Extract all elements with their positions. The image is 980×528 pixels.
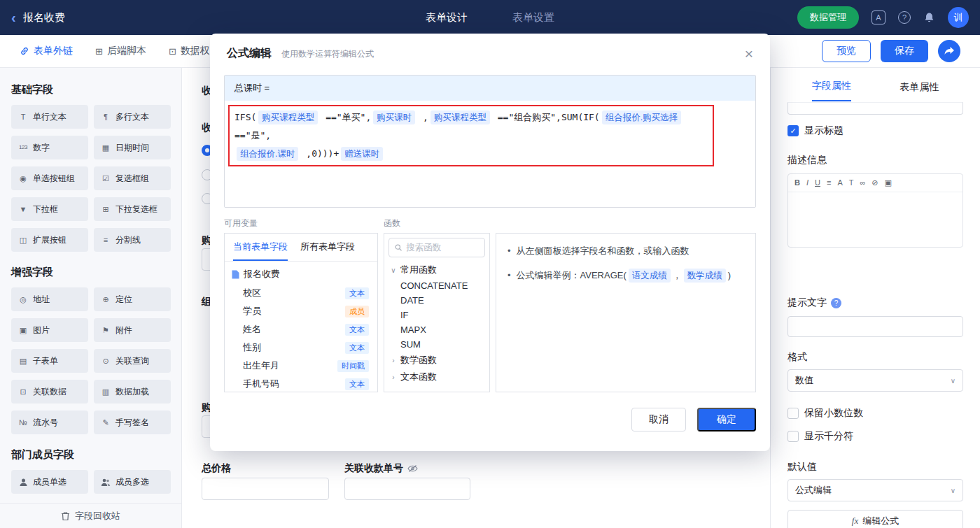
variable-item[interactable]: 学员成员 — [225, 302, 377, 320]
edit-formula-button[interactable]: fx 编辑公式 — [788, 510, 963, 528]
chevron-right-icon: › — [390, 357, 397, 364]
function-search[interactable] — [388, 238, 485, 257]
form-external-link-tab[interactable]: 表单外链 — [20, 45, 73, 57]
thousand-separator-checkbox[interactable] — [788, 431, 799, 442]
function-item[interactable]: MAPX — [384, 322, 489, 337]
formula-field-chip[interactable]: 赠送课时 — [341, 147, 383, 161]
tab-form-properties[interactable]: 表单属性 — [876, 68, 964, 101]
field-item-data-load[interactable]: ▥数据加载 — [94, 380, 171, 404]
formula-field-chip[interactable]: 购买课程类型 — [258, 110, 318, 124]
function-search-input[interactable] — [406, 243, 479, 252]
formula-field-chip[interactable]: 购买课程类型 — [430, 110, 490, 124]
tab-form-settings[interactable]: 表单设置 — [512, 11, 554, 24]
backend-script-tab[interactable]: ⊞ 后端脚本 — [95, 45, 146, 57]
translate-icon[interactable]: A — [872, 10, 886, 24]
field-item-linked-data[interactable]: ⊡关联数据 — [11, 380, 88, 404]
field-item-checkbox-group[interactable]: ☑复选框组 — [94, 166, 171, 190]
underline-icon[interactable]: U — [815, 179, 820, 187]
tab-current-form-fields[interactable]: 当前表单字段 — [233, 241, 288, 261]
function-group-math[interactable]: ›数学函数 — [384, 352, 489, 369]
field-item-signature[interactable]: ✎手写签名 — [94, 411, 171, 434]
formula-field-chip[interactable]: 购买课时 — [373, 110, 415, 124]
member-multi-icon — [100, 478, 111, 487]
field-item-extend-button[interactable]: ◫扩展按钮 — [11, 228, 88, 252]
link-icon[interactable]: ∞ — [860, 179, 865, 187]
field-palette-sidebar: 基础字段 T单行文本 ¶多行文本 123数字 ▦日期时间 ◉单选按钮组 ☑复选框… — [0, 68, 182, 528]
related-receipt-input[interactable] — [344, 478, 470, 500]
variable-item[interactable]: 出生年月时间戳 — [225, 357, 377, 375]
save-button[interactable]: 保存 — [881, 40, 928, 62]
field-item-multi-dropdown[interactable]: ⊞下拉复选框 — [94, 197, 171, 221]
keep-decimal-checkbox[interactable] — [788, 408, 799, 419]
hint-help-icon[interactable]: ? — [831, 298, 841, 308]
field-item-member-single[interactable]: 成员单选 — [11, 470, 88, 494]
field-item-address[interactable]: ◎地址 — [11, 287, 88, 311]
data-manage-button[interactable]: 数据管理 — [797, 6, 859, 29]
format-select[interactable]: 数值 ∨ — [788, 369, 963, 392]
font-size-icon[interactable]: T — [849, 179, 854, 187]
field-item-location[interactable]: ⊕定位 — [94, 287, 171, 311]
variable-item[interactable]: 姓名文本 — [225, 320, 377, 338]
scrolled-input-partial[interactable] — [788, 102, 963, 115]
preview-button[interactable]: 预览 — [822, 40, 871, 62]
format-label: 格式 — [788, 351, 963, 364]
confirm-button[interactable]: 确定 — [697, 408, 756, 431]
field-item-linked-query[interactable]: ⊙关联查询 — [94, 349, 171, 373]
font-color-icon[interactable]: A — [837, 179, 842, 187]
italic-icon[interactable]: I — [806, 179, 808, 187]
help-icon[interactable]: ? — [898, 11, 911, 24]
function-item[interactable]: CONCATENATE — [384, 278, 489, 293]
field-item-image[interactable]: ▣图片 — [11, 318, 88, 342]
share-button[interactable] — [938, 40, 960, 62]
unlink-icon[interactable]: ⊘ — [872, 179, 878, 187]
field-item-radio-group[interactable]: ◉单选按钮组 — [11, 166, 88, 190]
align-icon[interactable]: ≡ — [827, 179, 831, 187]
field-item-member-multi[interactable]: 成员多选 — [94, 470, 171, 494]
field-item-datetime[interactable]: ▦日期时间 — [94, 136, 171, 159]
field-item-divider[interactable]: ≡分割线 — [94, 228, 171, 252]
chevron-down-icon: ∨ — [951, 377, 955, 385]
field-item-dropdown[interactable]: ▼下拉框 — [11, 197, 88, 221]
field-item-number[interactable]: 123数字 — [11, 136, 88, 159]
section-title-member: 部门成员字段 — [11, 448, 170, 462]
function-item[interactable]: IF — [384, 308, 489, 322]
field-item-single-line-text[interactable]: T单行文本 — [11, 105, 88, 129]
function-item[interactable]: SUM — [384, 337, 489, 352]
notification-bell-icon[interactable] — [923, 12, 935, 24]
hint-text-input[interactable] — [788, 316, 963, 337]
default-value-select[interactable]: 公式编辑 ∨ — [788, 479, 963, 501]
total-price-input[interactable] — [202, 478, 329, 500]
field-type-tag: 时间戳 — [337, 360, 369, 372]
bold-icon[interactable]: B — [794, 179, 800, 187]
close-icon[interactable]: × — [745, 46, 753, 61]
avatar[interactable]: 训 — [948, 7, 969, 28]
chevron-down-icon: ∨ — [951, 487, 955, 494]
function-group-common[interactable]: ∨常用函数 — [384, 262, 489, 278]
variable-item[interactable]: 校区文本 — [225, 284, 377, 302]
tab-form-design[interactable]: 表单设计 — [426, 11, 468, 24]
show-title-checkbox[interactable]: ✓ — [788, 125, 799, 136]
function-group-text[interactable]: ›文本函数 — [384, 369, 489, 385]
description-editor[interactable]: B I U ≡ A T ∞ ⊘ ▣ — [788, 173, 963, 248]
formula-field-chip[interactable]: 组合报价.购买选择 — [602, 110, 681, 124]
field-type-tag: 文本 — [345, 324, 369, 336]
field-item-serial-number[interactable]: №流水号 — [11, 411, 88, 434]
tab-all-form-fields[interactable]: 所有表单字段 — [300, 241, 355, 261]
serial-number-icon: № — [18, 419, 29, 427]
field-item-subform[interactable]: ▤子表单 — [11, 349, 88, 373]
cancel-button[interactable]: 取消 — [631, 408, 686, 431]
insert-image-icon[interactable]: ▣ — [885, 179, 892, 187]
field-item-multi-line-text[interactable]: ¶多行文本 — [94, 105, 171, 129]
back-icon[interactable]: ‹ — [11, 10, 16, 24]
formula-editor-area[interactable]: IFS(购买课程类型 =="单买",购买课时 ,购买课程类型 =="组合购买",… — [225, 101, 755, 207]
member-fields-grid: 成员单选 成员多选 — [11, 470, 170, 494]
field-item-attachment[interactable]: ⚑附件 — [94, 318, 171, 342]
variable-item[interactable]: 手机号码文本 — [225, 375, 377, 392]
function-item[interactable]: DATE — [384, 293, 489, 308]
variable-item[interactable]: 性别文本 — [225, 338, 377, 357]
checkbox-icon: ☑ — [100, 175, 111, 183]
tab-field-properties[interactable]: 字段属性 — [788, 68, 876, 101]
tree-root-form[interactable]: 报名收费 — [225, 262, 377, 284]
formula-field-chip[interactable]: 组合报价.课时 — [237, 147, 298, 161]
field-recycle-bin[interactable]: 字段回收站 — [0, 503, 181, 528]
